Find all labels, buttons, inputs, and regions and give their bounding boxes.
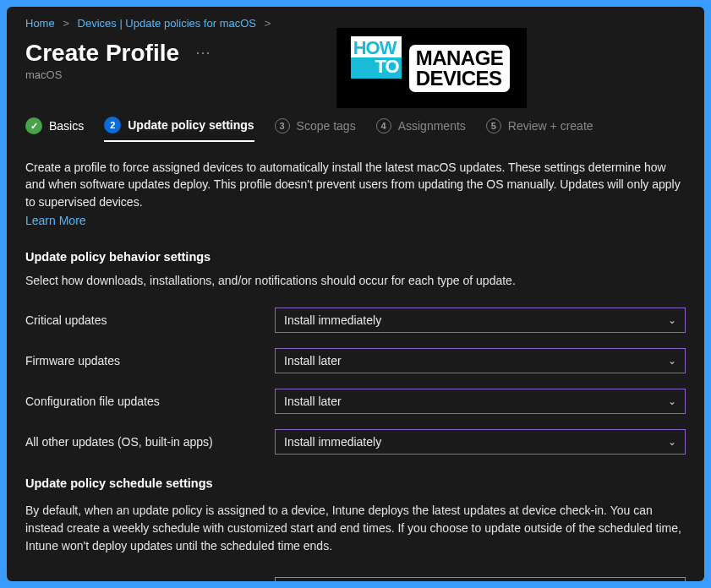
step-label: Assignments xyxy=(398,119,466,133)
step-label: Scope tags xyxy=(297,119,356,133)
learn-more-link[interactable]: Learn More xyxy=(25,214,86,227)
step-scope-tags[interactable]: 3 Scope tags xyxy=(275,118,356,140)
step-label: Review + create xyxy=(508,119,593,133)
more-actions-button[interactable]: ⋯ xyxy=(195,44,212,61)
step-basics[interactable]: ✓ Basics xyxy=(25,117,84,141)
behavior-section-subtitle: Select how downloads, installations, and… xyxy=(25,274,686,287)
field-schedule-type: Schedule type i Update at next check-in … xyxy=(25,577,686,581)
chevron-down-icon: ⌄ xyxy=(668,395,676,407)
field-firmware-updates: Firmware updates Install later ⌄ xyxy=(25,348,686,373)
chevron-down-icon: ⌄ xyxy=(668,436,676,448)
wizard-steps: ✓ Basics 2 Update policy settings 3 Scop… xyxy=(25,117,686,142)
step-review-create[interactable]: 5 Review + create xyxy=(486,118,593,140)
firmware-updates-select[interactable]: Install later ⌄ xyxy=(275,348,686,373)
field-label: Configuration file updates xyxy=(25,395,275,408)
step-number-badge: 5 xyxy=(486,118,501,133)
logo-text-to: TO xyxy=(351,57,402,79)
chevron-down-icon: ⌄ xyxy=(668,355,676,367)
select-value: Install later xyxy=(284,354,342,368)
field-label: All other updates (OS, built-in apps) xyxy=(25,435,275,449)
check-icon: ✓ xyxy=(25,117,42,134)
field-label: Firmware updates xyxy=(25,354,275,368)
breadcrumb-separator: > xyxy=(265,17,271,30)
schedule-section-description: By default, when an update policy is ass… xyxy=(25,502,686,555)
logo-text-how: HOW xyxy=(351,36,402,57)
step-label: Update policy settings xyxy=(128,118,254,132)
configuration-file-updates-select[interactable]: Install later ⌄ xyxy=(275,389,686,414)
step-number-badge: 2 xyxy=(104,117,121,133)
step-assignments[interactable]: 4 Assignments xyxy=(376,118,466,140)
breadcrumb-separator: > xyxy=(63,17,69,30)
critical-updates-select[interactable]: Install immediately ⌄ xyxy=(275,308,686,333)
step-number-badge: 3 xyxy=(275,118,290,133)
chevron-down-icon: ⌄ xyxy=(668,314,676,326)
breadcrumb-home-link[interactable]: Home xyxy=(25,17,55,30)
field-label: Critical updates xyxy=(25,313,275,327)
behavior-section-title: Update policy behavior settings xyxy=(25,250,686,264)
create-profile-panel: Home > Devices | Update policies for mac… xyxy=(7,7,704,581)
breadcrumb-devices-link[interactable]: Devices | Update policies for macOS xyxy=(78,17,256,30)
field-configuration-file-updates: Configuration file updates Install later… xyxy=(25,389,686,414)
howto-logo: HOW TO MANAGE DEVICES xyxy=(336,28,527,108)
field-critical-updates: Critical updates Install immediately ⌄ xyxy=(25,308,686,333)
schedule-section-title: Update policy schedule settings xyxy=(25,476,686,490)
logo-text-manage-devices: MANAGE DEVICES xyxy=(407,42,513,95)
all-other-updates-select[interactable]: Install immediately ⌄ xyxy=(275,429,686,455)
schedule-type-select[interactable]: Update at next check-in ⌄ xyxy=(275,577,686,581)
step-label: Basics xyxy=(49,119,84,133)
page-title: Create Profile xyxy=(25,40,179,66)
field-all-other-updates: All other updates (OS, built-in apps) In… xyxy=(25,429,686,455)
intro-description: Create a profile to force assigned devic… xyxy=(25,159,686,210)
step-update-policy-settings[interactable]: 2 Update policy settings xyxy=(104,117,254,142)
select-value: Install immediately xyxy=(284,313,381,327)
select-value: Install immediately xyxy=(284,435,381,449)
step-number-badge: 4 xyxy=(376,118,391,133)
select-value: Install later xyxy=(284,395,342,408)
